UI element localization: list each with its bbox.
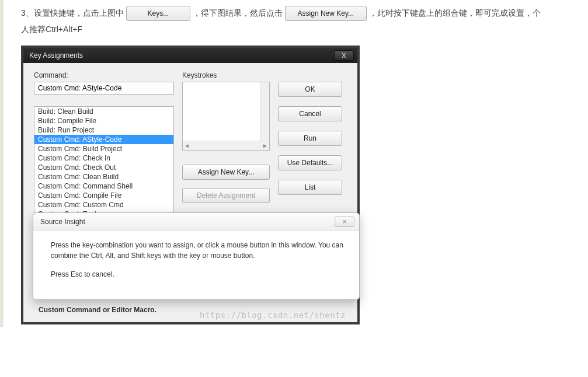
popup-title-bar: Source Insight ⤬ [33, 213, 359, 231]
popup-close-button[interactable]: ⤬ [335, 217, 354, 227]
command-list-item[interactable]: Build: Run Project [34, 125, 173, 135]
command-list-item[interactable]: Custom Cmd: Check In [34, 153, 173, 163]
instruction-seg1: 3、设置快捷键，点击上图中 [21, 8, 124, 19]
list-button[interactable]: List [278, 180, 342, 195]
keystrokes-hscrollbar[interactable]: ◄► [183, 141, 269, 150]
watermark-text: https://blog.csdn.net/shentz [200, 310, 346, 320]
keys-button-inline[interactable]: Keys... [126, 6, 190, 21]
command-list-item[interactable]: Custom Cmd: AStyle-Code [34, 135, 173, 144]
keystrokes-vscrollbar[interactable] [260, 82, 269, 141]
instruction-line-2: 人推荐Ctrl+Alt+F [21, 25, 586, 35]
popup-body: Press the key-combination you want to as… [33, 231, 359, 299]
assign-key-popup: Source Insight ⤬ Press the key-combinati… [33, 212, 360, 300]
command-list-item[interactable]: Custom Cmd: Custom Cmd [34, 200, 173, 210]
command-list-item[interactable]: Build: Clean Build [34, 107, 173, 116]
dialog-title: Key Assignments [29, 51, 83, 60]
cancel-button[interactable]: Cancel [278, 106, 342, 121]
run-button[interactable]: Run [278, 131, 342, 146]
dialog-title-bar: Key Assignments X [23, 48, 357, 63]
command-list-item[interactable]: Build: Compile File [34, 116, 173, 125]
instruction-seg2: ，得下图结果，然后点击 [193, 8, 283, 19]
popup-title: Source Insight [40, 218, 85, 226]
command-list-item[interactable]: Custom Cmd: Build Project [34, 144, 173, 153]
key-assignments-dialog: Key Assignments X Command: Build: Clean … [21, 46, 360, 324]
use-defaults-button[interactable]: Use Defaults... [278, 155, 342, 170]
command-list-item[interactable]: Custom Cmd: Clean Build [34, 172, 173, 181]
delete-assignment-button: Delete Assignment [182, 188, 270, 203]
command-list-item[interactable]: Custom Cmd: Compile File [34, 191, 173, 200]
instruction-seg3: ，此时按下键盘上的组合键，即可完成设置，个 [369, 8, 541, 19]
popup-message-2: Press Esc to cancel. [51, 269, 346, 280]
keystrokes-label: Keystrokes [182, 71, 270, 79]
command-list-item[interactable]: Custom Cmd: Command Shell [34, 181, 173, 191]
assign-new-key-button[interactable]: Assign New Key... [182, 165, 270, 180]
keystrokes-listbox[interactable]: ◄► [182, 82, 270, 151]
ok-button[interactable]: OK [278, 82, 342, 97]
popup-message-1: Press the key-combination you want to as… [51, 240, 346, 261]
command-list-item[interactable]: Custom Cmd: Check Out [34, 163, 173, 172]
assign-new-key-button-inline[interactable]: Assign New Key... [285, 6, 367, 21]
dialog-close-button[interactable]: X [334, 50, 354, 61]
instruction-line-1: 3、设置快捷键，点击上图中 Keys... ，得下图结果，然后点击 Assign… [21, 6, 586, 21]
command-field[interactable] [34, 82, 174, 95]
command-label: Command: [34, 71, 174, 79]
